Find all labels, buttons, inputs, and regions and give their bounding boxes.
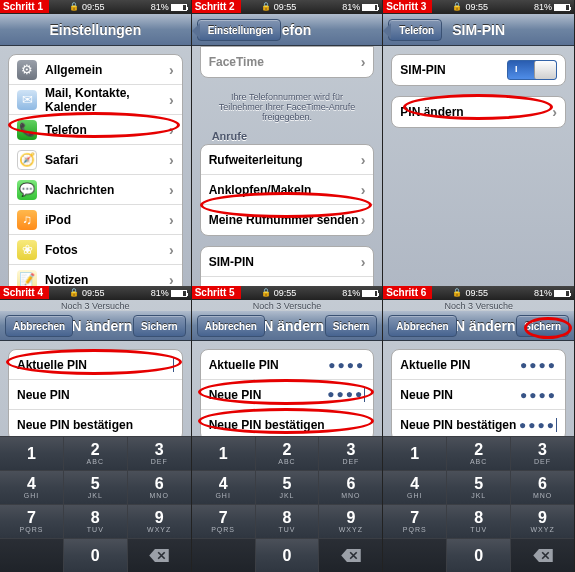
step-label: Schritt 1 bbox=[0, 0, 49, 13]
current-pin-field[interactable]: Aktuelle PIN bbox=[9, 350, 182, 380]
key-6[interactable]: 6MNO bbox=[511, 471, 574, 504]
key-2[interactable]: 2ABC bbox=[64, 437, 127, 470]
key-8[interactable]: 8TUV bbox=[256, 505, 319, 538]
key-3[interactable]: 3DEF bbox=[128, 437, 191, 470]
chevron-right-icon: › bbox=[169, 152, 174, 168]
key-4[interactable]: 4GHI bbox=[383, 471, 446, 504]
new-pin-field[interactable]: Neue PIN bbox=[9, 380, 182, 410]
key-blank bbox=[192, 539, 255, 572]
key-9[interactable]: 9WXYZ bbox=[319, 505, 382, 538]
chevron-right-icon: › bbox=[169, 62, 174, 78]
new-pin-field[interactable]: Neue PIN●●●● bbox=[201, 380, 374, 410]
key-9[interactable]: 9WXYZ bbox=[511, 505, 574, 538]
key-blank bbox=[0, 539, 63, 572]
key-1[interactable]: 1 bbox=[0, 437, 63, 470]
key-delete[interactable] bbox=[511, 539, 574, 572]
screen-1: Schritt 1 🔒09:55 81% Einstellungen ⚙Allg… bbox=[0, 0, 192, 286]
key-6[interactable]: 6MNO bbox=[128, 471, 191, 504]
nav-bar: Einstellungen bbox=[0, 14, 191, 46]
chevron-right-icon: › bbox=[169, 92, 174, 108]
screen-5: Schritt 5🔒09:5581%Noch 3 VersucheAbbrech… bbox=[192, 286, 384, 572]
key-5[interactable]: 5JKL bbox=[256, 471, 319, 504]
settings-row-msg[interactable]: 💬Nachrichten› bbox=[9, 175, 182, 205]
current-pin-field[interactable]: Aktuelle PIN●●●● bbox=[201, 350, 374, 380]
status-time: 09:55 bbox=[82, 2, 105, 12]
numeric-keypad: 12ABC3DEF4GHI5JKL6MNO7PQRS8TUV9WXYZ0 bbox=[383, 436, 574, 572]
back-button[interactable]: Telefon bbox=[388, 19, 442, 41]
settings-row-photo[interactable]: ❀Fotos› bbox=[9, 235, 182, 265]
settings-row-notes[interactable]: 📝Notizen› bbox=[9, 265, 182, 286]
settings-row-phone[interactable]: 📞Telefon› bbox=[9, 115, 182, 145]
key-2[interactable]: 2ABC bbox=[256, 437, 319, 470]
key-2[interactable]: 2ABC bbox=[447, 437, 510, 470]
key-1[interactable]: 1 bbox=[192, 437, 255, 470]
ipod-icon: ♫ bbox=[17, 210, 37, 230]
chevron-right-icon: › bbox=[552, 104, 557, 120]
key-0[interactable]: 0 bbox=[256, 539, 319, 572]
screen-2: Schritt 2 🔒09:55 81% Einstellungen Telef… bbox=[192, 0, 384, 286]
key-blank bbox=[383, 539, 446, 572]
gear-icon: ⚙ bbox=[17, 60, 37, 80]
phone-row[interactable]: Anklopfen/Makeln› bbox=[201, 175, 374, 205]
notes-icon: 📝 bbox=[17, 270, 37, 287]
phone-row[interactable]: SIM-Anwendungen› bbox=[201, 277, 374, 286]
new-pin-field[interactable]: Neue PIN●●●● bbox=[392, 380, 565, 410]
change-pin-row[interactable]: PIN ändern› bbox=[392, 97, 565, 127]
attempts-label: Noch 3 Versuche bbox=[192, 300, 383, 311]
step-label: Schritt 6 bbox=[383, 286, 432, 299]
chevron-right-icon: › bbox=[361, 182, 366, 198]
key-9[interactable]: 9WXYZ bbox=[128, 505, 191, 538]
key-7[interactable]: 7PQRS bbox=[0, 505, 63, 538]
key-delete[interactable] bbox=[128, 539, 191, 572]
key-1[interactable]: 1 bbox=[383, 437, 446, 470]
settings-row-safari[interactable]: 🧭Safari› bbox=[9, 145, 182, 175]
key-7[interactable]: 7PQRS bbox=[383, 505, 446, 538]
key-7[interactable]: 7PQRS bbox=[192, 505, 255, 538]
nav-bar: AbbrechenPIN ändernSichern bbox=[383, 311, 574, 341]
cancel-button[interactable]: Abbrechen bbox=[388, 315, 456, 337]
cancel-button[interactable]: Abbrechen bbox=[197, 315, 265, 337]
chevron-right-icon: › bbox=[361, 254, 366, 270]
sim-pin-toggle-row: SIM-PIN I bbox=[392, 55, 565, 85]
key-4[interactable]: 4GHI bbox=[192, 471, 255, 504]
step-label: Schritt 3 bbox=[383, 0, 432, 13]
sim-pin-switch[interactable]: I bbox=[507, 60, 557, 80]
attempts-label: Noch 3 Versuche bbox=[383, 300, 574, 311]
key-0[interactable]: 0 bbox=[447, 539, 510, 572]
key-5[interactable]: 5JKL bbox=[64, 471, 127, 504]
key-3[interactable]: 3DEF bbox=[511, 437, 574, 470]
key-0[interactable]: 0 bbox=[64, 539, 127, 572]
settings-row-gear[interactable]: ⚙Allgemein› bbox=[9, 55, 182, 85]
key-3[interactable]: 3DEF bbox=[319, 437, 382, 470]
phone-row[interactable]: SIM-PIN› bbox=[201, 247, 374, 277]
settings-row-mail[interactable]: ✉Mail, Kontakte, Kalender› bbox=[9, 85, 182, 115]
screen-6: Schritt 6🔒09:5581%Noch 3 VersucheAbbrech… bbox=[383, 286, 575, 572]
mail-icon: ✉ bbox=[17, 90, 37, 110]
lock-icon: 🔒 bbox=[69, 2, 79, 12]
current-pin-field[interactable]: Aktuelle PIN●●●● bbox=[392, 350, 565, 380]
key-8[interactable]: 8TUV bbox=[64, 505, 127, 538]
key-5[interactable]: 5JKL bbox=[447, 471, 510, 504]
chevron-right-icon: › bbox=[361, 212, 366, 228]
settings-row-ipod[interactable]: ♫iPod› bbox=[9, 205, 182, 235]
safari-icon: 🧭 bbox=[17, 150, 37, 170]
key-6[interactable]: 6MNO bbox=[319, 471, 382, 504]
phone-icon: 📞 bbox=[17, 120, 37, 140]
chevron-right-icon: › bbox=[361, 152, 366, 168]
chevron-right-icon: › bbox=[169, 242, 174, 258]
cancel-button[interactable]: Abbrechen bbox=[5, 315, 73, 337]
attempts-label: Noch 3 Versuche bbox=[0, 300, 191, 311]
chevron-right-icon: › bbox=[169, 182, 174, 198]
phone-row[interactable]: Meine Rufnummer senden› bbox=[201, 205, 374, 235]
save-button[interactable]: Sichern bbox=[133, 315, 186, 337]
key-4[interactable]: 4GHI bbox=[0, 471, 63, 504]
back-button[interactable]: Einstellungen bbox=[197, 19, 282, 41]
key-delete[interactable] bbox=[319, 539, 382, 572]
save-button[interactable]: Sichern bbox=[516, 315, 569, 337]
save-button[interactable]: Sichern bbox=[325, 315, 378, 337]
chevron-right-icon: › bbox=[361, 54, 366, 70]
chevron-right-icon: › bbox=[169, 272, 174, 287]
phone-row[interactable]: Rufweiterleitung› bbox=[201, 145, 374, 175]
photo-icon: ❀ bbox=[17, 240, 37, 260]
key-8[interactable]: 8TUV bbox=[447, 505, 510, 538]
